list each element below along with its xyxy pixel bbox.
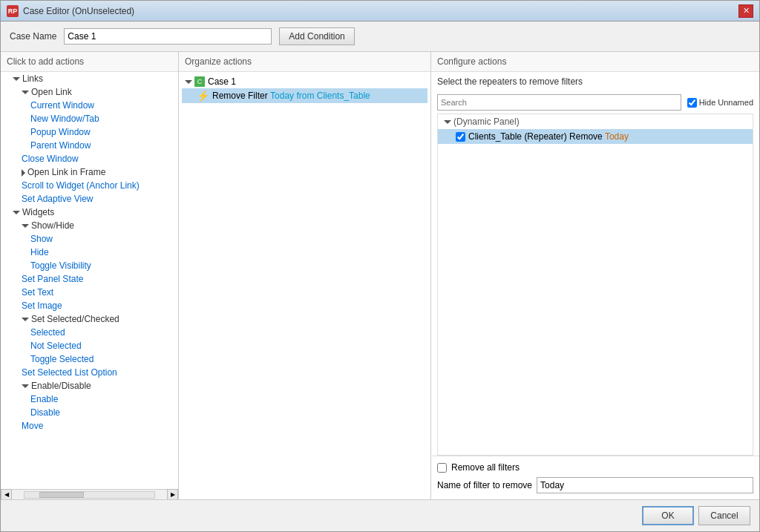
filter-name-row: Name of filter to remove bbox=[437, 477, 753, 493]
add-condition-button[interactable]: Add Condition bbox=[279, 27, 354, 45]
tree-item-show-hide[interactable]: Show/Hide bbox=[1, 219, 178, 232]
tree-item-selected[interactable]: Selected bbox=[1, 326, 178, 339]
tree-item-set-image[interactable]: Set Image bbox=[1, 299, 178, 312]
expand-icon bbox=[22, 169, 25, 177]
scroll-thumb bbox=[39, 492, 84, 498]
tree-item-set-adaptive-view[interactable]: Set Adaptive View bbox=[1, 192, 178, 206]
expand-icon bbox=[22, 224, 29, 228]
repeater-item-highlight: Today bbox=[605, 131, 629, 142]
middle-panel-header: Organize actions bbox=[179, 52, 430, 72]
expand-icon bbox=[13, 211, 20, 214]
remove-all-label: Remove all filters bbox=[451, 462, 520, 473]
tree-item-parent-window[interactable]: Parent Window bbox=[1, 139, 178, 152]
hide-unnamed-label[interactable]: Hide Unnamed bbox=[687, 98, 753, 108]
main-window: RP Case Editor (OnUnselected) ✕ Case Nam… bbox=[0, 0, 760, 532]
tree-item-popup-window[interactable]: Popup Window bbox=[1, 125, 178, 139]
case-row: C Case 1 bbox=[182, 75, 428, 88]
tree-item-open-link[interactable]: Open Link bbox=[1, 85, 178, 99]
tree-item-not-selected[interactable]: Not Selected bbox=[1, 339, 178, 352]
middle-panel: Organize actions C Case 1 ⚡ Remove Filte… bbox=[179, 52, 431, 499]
footer: OK Cancel bbox=[1, 499, 759, 531]
main-content: Click to add actions Links Open Link Cur… bbox=[1, 52, 759, 499]
tree-item-widgets[interactable]: Widgets bbox=[1, 206, 178, 219]
bottom-config: Remove all filters Name of filter to rem… bbox=[431, 456, 759, 499]
repeater-item[interactable]: Clients_Table (Repeater) Remove Today bbox=[438, 129, 753, 144]
left-panel: Click to add actions Links Open Link Cur… bbox=[1, 52, 179, 499]
cancel-button[interactable]: Cancel bbox=[698, 506, 750, 525]
tree-item-scroll-widget[interactable]: Scroll to Widget (Anchor Link) bbox=[1, 179, 178, 192]
tree-item-set-panel-state[interactable]: Set Panel State bbox=[1, 272, 178, 286]
remove-all-row: Remove all filters bbox=[437, 462, 753, 473]
tree-item-set-selected-checked[interactable]: Set Selected/Checked bbox=[1, 312, 178, 326]
remove-all-checkbox[interactable] bbox=[437, 463, 447, 473]
expand-icon bbox=[22, 91, 29, 94]
config-header: Configure actions bbox=[431, 52, 759, 72]
case-name-input[interactable] bbox=[64, 28, 272, 45]
tree-item-show[interactable]: Show bbox=[1, 232, 178, 246]
tree-item-close-window[interactable]: Close Window bbox=[1, 152, 178, 165]
search-row: Hide Unnamed bbox=[431, 91, 759, 114]
expand-icon bbox=[13, 77, 20, 81]
tree-item-enable[interactable]: Enable bbox=[1, 393, 178, 406]
case-icon: C bbox=[194, 76, 205, 87]
tree-item-disable[interactable]: Disable bbox=[1, 406, 178, 419]
tree-item-open-link-frame[interactable]: Open Link in Frame bbox=[1, 165, 178, 179]
actions-tree: Links Open Link Current Window New Windo… bbox=[1, 72, 178, 489]
hide-unnamed-checkbox[interactable] bbox=[687, 98, 697, 108]
case-expand-icon bbox=[185, 80, 192, 84]
lightning-icon: ⚡ bbox=[197, 90, 209, 102]
window-title: Case Editor (OnUnselected) bbox=[23, 6, 738, 16]
tree-item-new-window-tab[interactable]: New Window/Tab bbox=[1, 112, 178, 125]
action-label: Remove Filter bbox=[212, 91, 268, 101]
tree-item-hide[interactable]: Hide bbox=[1, 246, 178, 259]
top-bar: Case Name Add Condition bbox=[1, 22, 759, 52]
close-window-button[interactable]: ✕ bbox=[738, 4, 753, 18]
expand-icon bbox=[22, 318, 29, 321]
scroll-track[interactable] bbox=[24, 491, 155, 499]
actions-organize-tree: C Case 1 ⚡ Remove Filter Today from Clie… bbox=[179, 72, 430, 499]
case-name-label: Case Name bbox=[10, 31, 56, 42]
tree-item-current-window[interactable]: Current Window bbox=[1, 99, 178, 112]
tree-item-move[interactable]: Move bbox=[1, 419, 178, 433]
repeater-item-checkbox[interactable] bbox=[456, 132, 465, 142]
tree-item-toggle-selected[interactable]: Toggle Selected bbox=[1, 352, 178, 366]
repeater-search-input[interactable] bbox=[437, 94, 681, 111]
filter-name-label: Name of filter to remove bbox=[437, 480, 532, 490]
action-item-row[interactable]: ⚡ Remove Filter Today from Clients_Table bbox=[182, 88, 428, 103]
action-highlight: Today from Clients_Table bbox=[270, 91, 370, 101]
left-panel-header: Click to add actions bbox=[1, 52, 178, 72]
scroll-left-arrow[interactable]: ◀ bbox=[1, 489, 12, 499]
select-repeaters-label: Select the repeaters to remove filters bbox=[431, 72, 759, 91]
group-expand-icon bbox=[444, 120, 451, 124]
app-icon: RP bbox=[7, 5, 19, 17]
title-bar: RP Case Editor (OnUnselected) ✕ bbox=[1, 1, 759, 22]
repeater-item-label: Clients_Table (Repeater) Remove Today bbox=[468, 131, 629, 142]
tree-item-enable-disable[interactable]: Enable/Disable bbox=[1, 379, 178, 393]
repeater-tree: (Dynamic Panel) Clients_Table (Repeater)… bbox=[437, 114, 753, 456]
dynamic-panel-group: (Dynamic Panel) bbox=[438, 114, 753, 129]
dynamic-panel-label: (Dynamic Panel) bbox=[453, 116, 520, 127]
ok-button[interactable]: OK bbox=[642, 506, 694, 525]
left-panel-hscroll[interactable]: ◀ ▶ bbox=[1, 489, 178, 499]
scroll-right-arrow[interactable]: ▶ bbox=[167, 489, 178, 499]
filter-name-input[interactable] bbox=[537, 477, 753, 493]
right-panel: Configure actions Select the repeaters t… bbox=[431, 52, 759, 499]
tree-item-toggle-visibility[interactable]: Toggle Visibility bbox=[1, 259, 178, 272]
tree-item-set-text[interactable]: Set Text bbox=[1, 286, 178, 299]
tree-item-links[interactable]: Links bbox=[1, 72, 178, 85]
case-label: Case 1 bbox=[208, 76, 236, 87]
expand-icon bbox=[22, 384, 29, 388]
tree-item-set-selected-list[interactable]: Set Selected List Option bbox=[1, 366, 178, 379]
